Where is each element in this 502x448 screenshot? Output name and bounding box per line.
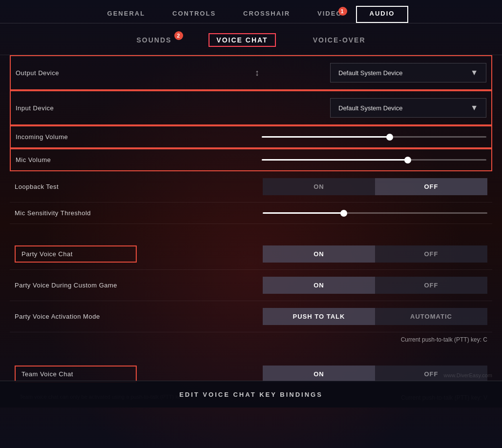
nav-item-crosshair[interactable]: CROSSHAIR: [230, 6, 304, 23]
nav-item-controls[interactable]: CONTROLS: [159, 6, 230, 23]
bottom-bar: EDIT VOICE CHAT KEY BINDINGS: [0, 381, 502, 407]
party-voice-chat-label: Party Voice Chat: [15, 245, 137, 263]
mic-volume-label: Mic Volume: [16, 156, 138, 163]
nav-item-video[interactable]: VIDEO 1: [304, 6, 356, 23]
incoming-volume-thumb[interactable]: [386, 134, 393, 141]
input-device-label: Input Device: [16, 104, 138, 112]
party-voice-custom-toggle-group: On Off: [263, 277, 487, 294]
party-voice-toggle-group: On Off: [263, 245, 487, 263]
mic-sensitivity-fill: [263, 212, 344, 214]
nav-item-audio[interactable]: AUDIO: [356, 6, 409, 23]
incoming-volume-row: Incoming Volume: [10, 125, 492, 148]
subnav-voice-chat[interactable]: VOICE CHAT: [209, 33, 275, 47]
video-badge: 1: [338, 7, 347, 16]
mic-volume-thumb[interactable]: [404, 157, 411, 163]
party-voice-custom-off-button[interactable]: Off: [375, 277, 487, 294]
party-voice-custom-row: Party Voice During Custom Game On Off: [10, 270, 492, 301]
subnav-voice-over[interactable]: VOICE-OVER: [305, 33, 374, 47]
push-to-talk-button[interactable]: Push to Talk: [263, 308, 375, 325]
output-device-value: Default System Device: [338, 69, 470, 77]
dropdown-arrow-2-icon: ▼: [470, 103, 478, 112]
input-device-value: Default System Device: [338, 104, 470, 112]
team-voice-on-button[interactable]: On: [263, 366, 375, 383]
team-voice-chat-label: Team Voice Chat: [15, 366, 137, 383]
incoming-volume-slider[interactable]: [262, 136, 486, 138]
loopback-off-button[interactable]: Off: [375, 178, 487, 195]
mic-sensitivity-slider[interactable]: [263, 212, 487, 214]
section-gap-2: [10, 344, 492, 359]
mic-sensitivity-row: Mic Sensitivity Threshold: [10, 203, 492, 224]
loopback-test-row: Loopback Test On Off: [10, 171, 492, 203]
mic-volume-fill: [262, 159, 408, 161]
party-voice-on-button[interactable]: On: [263, 245, 375, 263]
loopback-toggle-group: On Off: [263, 178, 487, 195]
mic-sensitivity-label: Mic Sensitivity Threshold: [15, 209, 137, 217]
party-voice-activation-row: Party Voice Activation Mode Push to Talk…: [10, 301, 492, 332]
party-voice-activation-toggle-group: Push to Talk Automatic: [263, 308, 487, 325]
cursor-icon: ↕: [255, 68, 259, 78]
dropdown-arrow-icon: ▼: [470, 68, 478, 77]
watermark: www.DiverEasy.com: [444, 372, 492, 378]
subnav-sounds[interactable]: SOUNDS 2: [128, 33, 179, 47]
party-voice-activation-label: Party Voice Activation Mode: [15, 313, 137, 320]
output-device-label: Output Device: [16, 69, 138, 77]
party-voice-custom-on-button[interactable]: On: [263, 277, 375, 294]
loopback-test-label: Loopback Test: [15, 183, 137, 190]
automatic-button[interactable]: Automatic: [375, 308, 487, 325]
input-device-row: Input Device Default System Device ▼: [10, 90, 492, 125]
mic-volume-slider[interactable]: [262, 159, 486, 161]
loopback-on-button[interactable]: On: [263, 178, 375, 195]
sub-navigation: SOUNDS 2 VOICE CHAT VOICE-OVER: [0, 23, 502, 55]
sounds-badge: 2: [174, 31, 183, 40]
edit-key-bindings-button[interactable]: EDIT VOICE CHAT KEY BINDINGS: [179, 391, 323, 398]
nav-item-general[interactable]: GENERAL: [94, 6, 159, 23]
section-gap-1: [10, 224, 492, 239]
settings-area: Output Device ↕ Default System Device ▼ …: [0, 55, 502, 407]
party-voice-off-button[interactable]: Off: [375, 245, 487, 263]
incoming-volume-label: Incoming Volume: [16, 133, 138, 141]
mic-sensitivity-thumb[interactable]: [340, 210, 347, 217]
ptt-party-info: Current push-to-talk (PTT) key: C: [10, 332, 492, 344]
top-navigation: GENERAL CONTROLS CROSSHAIR VIDEO 1 AUDIO: [0, 0, 502, 23]
party-voice-chat-row: Party Voice Chat On Off: [10, 239, 492, 270]
output-device-dropdown[interactable]: Default System Device ▼: [330, 63, 486, 82]
input-device-dropdown[interactable]: Default System Device ▼: [330, 98, 486, 118]
incoming-volume-fill: [262, 136, 390, 138]
mic-volume-row: Mic Volume: [10, 148, 492, 171]
output-device-row: Output Device ↕ Default System Device ▼: [10, 55, 492, 90]
party-voice-custom-label: Party Voice During Custom Game: [15, 282, 137, 289]
